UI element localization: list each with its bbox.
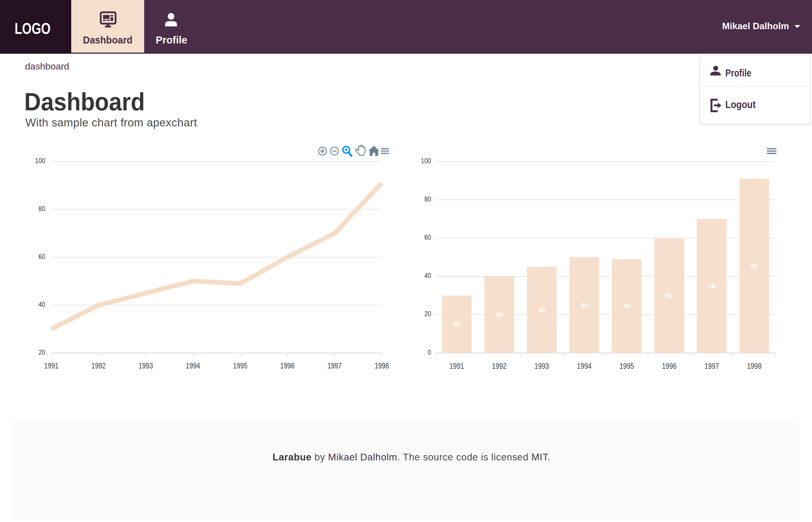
svg-text:20: 20 xyxy=(424,310,431,318)
svg-text:50: 50 xyxy=(581,302,588,309)
svg-text:40: 40 xyxy=(39,301,45,308)
svg-text:49: 49 xyxy=(623,302,630,310)
svg-text:80: 80 xyxy=(424,195,431,203)
svg-text:1998: 1998 xyxy=(747,362,762,370)
svg-text:1998: 1998 xyxy=(375,361,389,370)
svg-text:0: 0 xyxy=(428,348,431,356)
svg-text:1995: 1995 xyxy=(233,361,247,370)
svg-text:1993: 1993 xyxy=(534,362,549,370)
svg-text:60: 60 xyxy=(424,234,431,241)
svg-text:1991: 1991 xyxy=(449,362,464,370)
svg-text:30: 30 xyxy=(453,321,460,328)
svg-text:91: 91 xyxy=(751,262,758,270)
svg-text:1996: 1996 xyxy=(662,362,676,370)
svg-text:1994: 1994 xyxy=(577,362,592,370)
svg-text:100: 100 xyxy=(35,157,45,165)
svg-text:1995: 1995 xyxy=(620,362,634,370)
svg-text:20: 20 xyxy=(39,348,45,356)
svg-text:1992: 1992 xyxy=(92,361,106,370)
svg-text:1994: 1994 xyxy=(186,361,200,370)
svg-text:80: 80 xyxy=(39,205,45,213)
svg-text:40: 40 xyxy=(495,311,503,319)
svg-text:60: 60 xyxy=(39,253,45,260)
svg-text:1992: 1992 xyxy=(492,362,506,370)
svg-text:70: 70 xyxy=(708,282,715,289)
svg-text:45: 45 xyxy=(538,306,546,314)
svg-text:1993: 1993 xyxy=(139,361,153,370)
svg-text:40: 40 xyxy=(424,272,431,279)
svg-text:1997: 1997 xyxy=(327,361,342,370)
svg-text:1996: 1996 xyxy=(280,361,295,370)
svg-text:1997: 1997 xyxy=(705,362,719,370)
svg-text:1991: 1991 xyxy=(44,361,59,370)
svg-text:60: 60 xyxy=(666,292,673,299)
svg-text:100: 100 xyxy=(421,157,431,165)
